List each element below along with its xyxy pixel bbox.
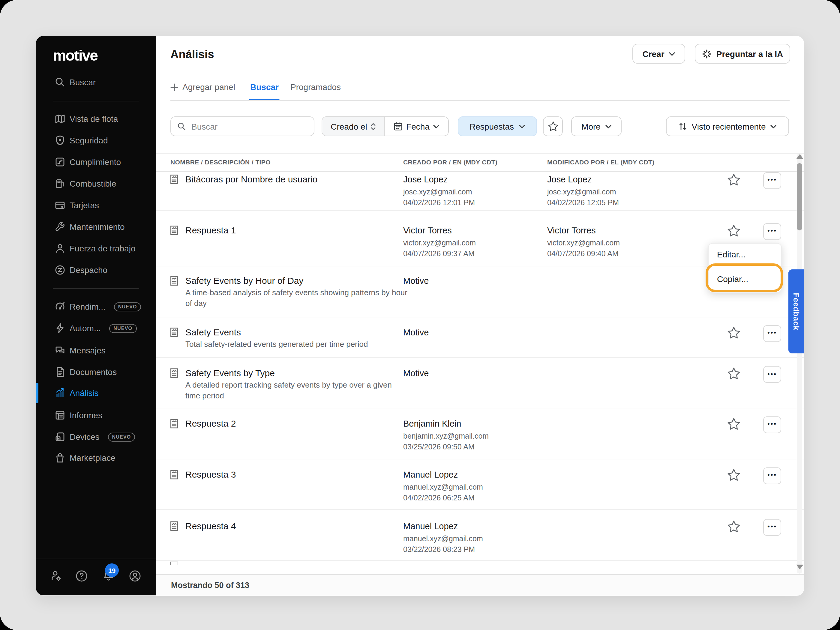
creator-name: Motive — [403, 327, 541, 338]
table-row[interactable]: Respuesta 3 Manuel Lopez manuel.xyz@gmai… — [156, 460, 804, 510]
scrollbar-thumb[interactable] — [797, 163, 802, 231]
sidebar-item-documentos[interactable]: Documentos — [36, 361, 156, 383]
sidebar-item-marketplace[interactable]: Marketplace — [36, 447, 156, 469]
ask-ai-button-label: Preguntar a la IA — [717, 49, 783, 58]
table-row[interactable]: Respuesta 4 Manuel Lopez manuel.xyz@gmai… — [156, 510, 804, 561]
notification-badge: 19 — [105, 564, 119, 577]
shopping-bag-icon — [54, 452, 66, 464]
report-type-icon — [171, 418, 178, 431]
search-input[interactable] — [190, 121, 301, 132]
created-date-filter[interactable]: Creado el Fecha — [322, 117, 449, 136]
responses-filter-chip[interactable]: Respuestas — [458, 117, 537, 136]
sidebar-item-analisis[interactable]: Análisis — [36, 382, 156, 404]
sidebar-item-fuerza-de-trabajo[interactable]: Fuerza de trabajo — [36, 238, 156, 259]
created-on-segment[interactable]: Creado el — [322, 117, 385, 136]
sidebar-item-cumplimiento[interactable]: Cumplimiento — [36, 151, 156, 173]
row-actions-button[interactable]: ••• — [763, 467, 781, 484]
created-cell: Manuel Lopez manuel.xyz@gmail.com 04/02/… — [403, 469, 541, 502]
sidebar-item-despacho[interactable]: Despacho — [36, 259, 156, 281]
sidebar-item-combustible[interactable]: Combustible — [36, 173, 156, 194]
date-segment[interactable]: Fecha — [385, 117, 448, 136]
person-icon — [54, 242, 66, 254]
table-search-field[interactable] — [171, 117, 314, 136]
table-row[interactable]: Respuesta 2 Benjamin Klein benjamin.xyz@… — [156, 409, 804, 460]
sort-updown-icon — [371, 123, 376, 130]
date-label: Fecha — [406, 122, 429, 131]
sidebar-item-tarjetas[interactable]: Tarjetas — [36, 194, 156, 216]
favorite-star-icon[interactable] — [727, 520, 741, 532]
table-body: Bitácoras por Nombre de usuario Jose Lop… — [156, 171, 804, 574]
favorite-star-icon[interactable] — [727, 468, 741, 481]
scrollbar-up-arrow[interactable] — [796, 154, 804, 159]
tab-label: Programados — [291, 82, 341, 92]
creator-name: Victor Torres — [403, 225, 541, 235]
sidebar-item-label: Despacho — [69, 265, 107, 275]
row-actions-button[interactable]: ••• — [763, 519, 781, 535]
help-icon[interactable] — [74, 569, 89, 583]
favorite-star-icon[interactable] — [727, 417, 741, 430]
row-title[interactable]: Respuesta 2 — [185, 418, 236, 429]
sidebar-item-informes[interactable]: Informes — [36, 404, 156, 426]
tab-scheduled[interactable]: Programados — [291, 81, 341, 93]
modified-cell: Jose Lopez jose.xyz@gmail.com 04/02/2026… — [547, 174, 685, 207]
creator-name: Manuel Lopez — [403, 521, 541, 531]
table-row[interactable]: Bitácoras por Nombre de usuario Jose Lop… — [156, 171, 804, 210]
row-actions-button[interactable]: ••• — [763, 325, 781, 342]
table-row[interactable]: Safety Events by Type A detailed report … — [156, 358, 804, 409]
sidebar-item-label: Documentos — [69, 367, 117, 377]
create-button[interactable]: Crear — [632, 44, 685, 63]
sidebar-item-vista-de-flota[interactable]: Vista de flota — [36, 108, 156, 129]
row-title[interactable]: Respuesta 3 — [185, 469, 236, 480]
table-row[interactable]: Safety Events by Hour of Day A time-base… — [156, 267, 804, 317]
favorite-star-icon[interactable] — [727, 224, 741, 237]
scrollbar-down-arrow[interactable] — [796, 565, 804, 569]
row-actions-button[interactable]: ••• — [763, 416, 781, 433]
ask-ai-button[interactable]: Preguntar a la IA — [695, 44, 790, 63]
modifier-name: Jose Lopez — [547, 174, 685, 185]
account-icon[interactable] — [128, 569, 142, 583]
feedback-tab[interactable]: Feedback — [788, 269, 804, 354]
favorite-star-icon[interactable] — [727, 367, 741, 380]
report-type-icon — [171, 174, 178, 186]
tab-search[interactable]: Buscar — [250, 81, 279, 93]
created-on-label: Creado el — [331, 122, 367, 131]
favorite-star-icon[interactable] — [727, 173, 741, 186]
sidebar-item-mantenimiento[interactable]: Mantenimiento — [36, 216, 156, 238]
sidebar-item-label: Cumplimiento — [69, 157, 121, 167]
user-settings-icon[interactable] — [49, 569, 63, 583]
table-row[interactable]: Safety Events Total safety-related event… — [156, 317, 804, 358]
sidebar-item-mensajes[interactable]: Mensajes — [36, 339, 156, 361]
favorite-star-icon[interactable] — [727, 326, 741, 339]
column-header-created[interactable]: CREADO POR / EN (MDY CDT) — [403, 158, 497, 166]
row-title[interactable]: Bitácoras por Nombre de usuario — [185, 174, 317, 185]
sidebar-search[interactable]: Buscar — [36, 71, 156, 93]
row-title[interactable]: Safety Events by Hour of Day — [185, 275, 303, 286]
bar-chart-icon — [54, 387, 66, 399]
motive-logo: motive — [53, 47, 98, 64]
sidebar-item-automatizacion[interactable]: Autom... NUEVO — [36, 317, 156, 339]
tab-add-panel[interactable]: Agregar panel — [171, 81, 235, 93]
column-header-modified[interactable]: MODIFICADO POR / EL (MDY CDT) — [547, 158, 654, 166]
favorites-filter-button[interactable] — [543, 117, 563, 136]
table-row[interactable]: Respuesta 1 Victor Torres victor.xyz@gma… — [156, 210, 804, 267]
row-actions-button[interactable]: ••• — [763, 172, 781, 189]
sidebar-item-label: Informes — [69, 411, 102, 420]
column-header-name[interactable]: NOMBRE / DESCRIPCIÓN / TIPO — [171, 158, 271, 166]
sort-button[interactable]: Visto recientemente — [666, 117, 789, 136]
tab-label: Agregar panel — [182, 82, 235, 92]
menu-item-copy[interactable]: Copiar... — [709, 265, 781, 292]
row-title[interactable]: Safety Events by Type — [185, 368, 275, 379]
row-title[interactable]: Safety Events — [185, 327, 241, 338]
more-filters-button[interactable]: More — [571, 117, 622, 136]
row-actions-button[interactable]: ••• — [763, 223, 781, 240]
sidebar-item-rendimiento[interactable]: Rendim... NUEVO — [36, 296, 156, 317]
sidebar-divider — [53, 288, 139, 289]
sidebar-item-seguridad[interactable]: Seguridad — [36, 129, 156, 151]
lightning-icon — [54, 322, 66, 334]
row-title[interactable]: Respuesta 4 — [185, 521, 236, 531]
menu-item-edit[interactable]: Editar... — [709, 243, 781, 265]
row-actions-button[interactable]: ••• — [763, 366, 781, 383]
sidebar-item-devices[interactable]: Devices NUEVO — [36, 426, 156, 448]
row-title[interactable]: Respuesta 1 — [185, 225, 236, 235]
created-date: 03/25/2026 09:50 AM — [403, 442, 541, 452]
